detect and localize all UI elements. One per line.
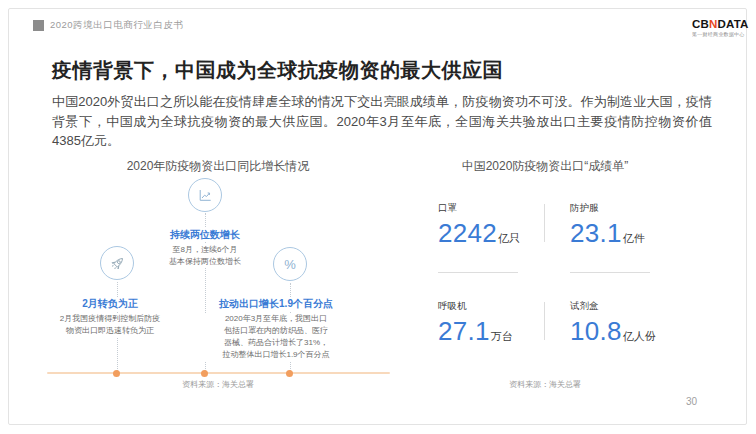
- page-number: 30: [686, 396, 697, 407]
- breadcrumb-label: 2020跨境出口电商行业白皮书: [50, 19, 183, 32]
- stat-divider-vertical: [544, 302, 545, 340]
- milestone-heading: 持续两位数增长: [145, 228, 265, 242]
- stat-value: 27.1: [438, 316, 490, 347]
- slide: 2020跨境出口电商行业白皮书 CBNDATA 第一财经商业数据中心 疫情背景下…: [0, 0, 756, 434]
- stat-value: 23.1: [570, 218, 622, 249]
- intro-paragraph: 中国2020外贸出口之所以能在疫情肆虐全球的情况下交出亮眼成绩单，防疫物资功不可…: [52, 92, 712, 151]
- stat-label: 试剂盒: [570, 300, 676, 313]
- stat-label: 防护服: [570, 202, 676, 215]
- breadcrumb: 2020跨境出口电商行业白皮书: [33, 19, 183, 32]
- stat-divider-vertical: [544, 204, 545, 242]
- stat-mask: 口罩 2242亿只: [438, 202, 544, 249]
- stat-value: 10.8: [570, 316, 622, 347]
- milestone-body: 2月我国疫情得到控制后防疫 物资出口即迅速转负为正: [45, 313, 175, 337]
- page-title: 疫情背景下，中国成为全球抗疫物资的最大供应国: [52, 57, 503, 84]
- timeline-dot: [113, 370, 120, 377]
- milestone-heading: 拉动出口增长1.9个百分点: [206, 297, 346, 311]
- stat-unit: 亿件: [623, 231, 645, 246]
- scorecard-section-title: 中国2020防疫物资出口“成绩单”: [420, 158, 670, 175]
- rocket-icon: [100, 246, 134, 280]
- stat-divider-horizontal: [438, 272, 518, 273]
- logo-data: DATA: [718, 18, 749, 30]
- stat-ventilator: 呼吸机 27.1万台: [438, 300, 544, 347]
- logo-wordmark: CBNDATA: [692, 18, 752, 30]
- stat-label: 口罩: [438, 202, 544, 215]
- line-chart-icon: [188, 178, 222, 212]
- timeline-dot: [201, 370, 208, 377]
- logo-n: N: [709, 18, 718, 30]
- milestone-body: 2020年3月至年底，我国出口 包括口罩在内的纺织品、医疗 器械、药品合计增长了…: [201, 313, 351, 361]
- stat-unit: 亿只: [498, 231, 520, 246]
- milestone-heading: 2月转负为正: [50, 297, 170, 311]
- percent-icon: %: [273, 247, 307, 281]
- source-note-left: 资料来源：海关总署: [48, 379, 388, 390]
- timeline-dot: [286, 370, 293, 377]
- stat-unit: 万台: [491, 329, 513, 344]
- stat-value: 2242: [438, 218, 497, 249]
- percent-glyph: %: [284, 257, 296, 272]
- logo-tagline: 第一财经商业数据中心: [692, 31, 722, 38]
- timeline-track: [47, 372, 390, 374]
- source-note-right: 资料来源：海关总署: [420, 379, 670, 390]
- stat-unit: 亿人份: [623, 329, 656, 344]
- cbndata-logo: CBNDATA 第一财经商业数据中心: [692, 18, 752, 45]
- stat-label: 呼吸机: [438, 300, 544, 313]
- stat-test-kit: 试剂盒 10.8亿人份: [570, 300, 676, 347]
- logo-cb: CB: [692, 18, 709, 30]
- square-bullet-icon: [33, 20, 44, 31]
- milestone-body: 至8月，连续6个月 基本保持两位数增长: [165, 244, 245, 268]
- stat-divider-horizontal: [570, 272, 650, 273]
- stat-protective-suit: 防护服 23.1亿件: [570, 202, 676, 249]
- growth-section-title: 2020年防疫物资出口同比增长情况: [48, 158, 388, 175]
